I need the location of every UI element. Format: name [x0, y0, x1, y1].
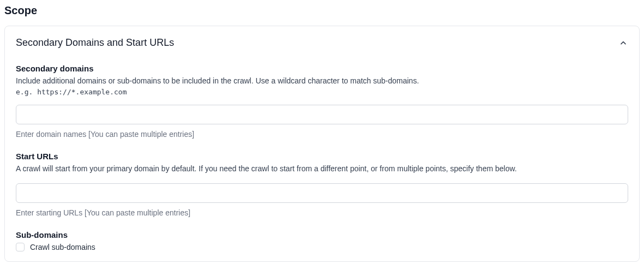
- panel-header[interactable]: Secondary Domains and Start URLs: [16, 37, 628, 49]
- start-urls-input[interactable]: [16, 183, 628, 203]
- sub-domains-section: Sub-domains Crawl sub-domains: [16, 230, 628, 251]
- page-title: Scope: [4, 4, 640, 17]
- secondary-domains-label: Secondary domains: [16, 64, 628, 73]
- crawl-sub-domains-label: Crawl sub-domains: [30, 243, 95, 251]
- secondary-domains-input[interactable]: [16, 105, 628, 124]
- secondary-domains-section: Secondary domains Include additional dom…: [16, 64, 628, 139]
- start-urls-description: A crawl will start from your primary dom…: [16, 163, 628, 175]
- secondary-domains-example: e.g. https://*.example.com: [16, 88, 628, 96]
- secondary-domains-description: Include additional domains or sub-domain…: [16, 75, 628, 87]
- start-urls-section: Start URLs A crawl will start from your …: [16, 152, 628, 217]
- start-urls-hint: Enter starting URLs [You can paste multi…: [16, 208, 628, 217]
- scope-card: Secondary Domains and Start URLs Seconda…: [4, 26, 640, 262]
- start-urls-label: Start URLs: [16, 152, 628, 161]
- crawl-sub-domains-checkbox[interactable]: [16, 243, 25, 251]
- panel-title: Secondary Domains and Start URLs: [16, 37, 174, 49]
- chevron-up-icon: [618, 38, 628, 48]
- sub-domains-label: Sub-domains: [16, 230, 628, 239]
- sub-domains-checkbox-row: Crawl sub-domains: [16, 243, 628, 251]
- secondary-domains-hint: Enter domain names [You can paste multip…: [16, 130, 628, 139]
